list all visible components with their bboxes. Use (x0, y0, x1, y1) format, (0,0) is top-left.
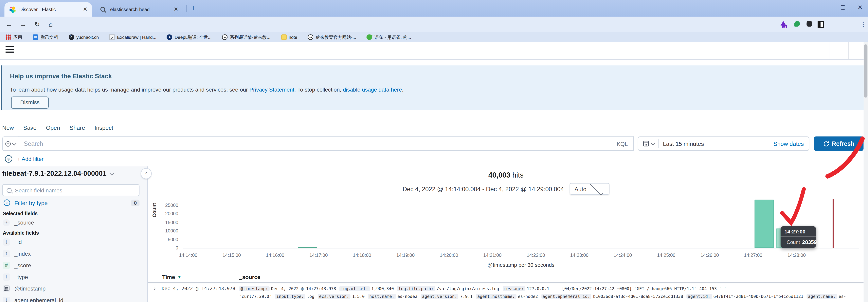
time-column-label: Time (162, 274, 175, 280)
divider (18, 42, 19, 59)
bookmark-item[interactable]: 语雀 - 用语雀, 构... (367, 34, 411, 40)
field-item-_source[interactable]: </>_source (3, 218, 141, 227)
source-field-key: agent.version: (421, 294, 459, 299)
scrollbar-thumb[interactable] (864, 45, 867, 98)
menu-item-open[interactable]: Open (46, 124, 60, 131)
column-header-time[interactable]: Time ▼ (162, 274, 182, 280)
index-pattern-name: filebeat-7.9.1-2022.12.04-000001 (2, 170, 106, 177)
kibana-header: D Discover (0, 42, 868, 60)
reading-mode-icon[interactable] (817, 21, 824, 28)
chevron-down-icon (651, 141, 655, 145)
banner-title: Help us improve the Elastic Stack (10, 73, 112, 79)
chart-range-row: Dec 4, 2022 @ 14:14:00.004 - Dec 4, 2022… (148, 183, 864, 195)
note-icon (281, 34, 286, 40)
menu-item-new[interactable]: New (2, 124, 14, 131)
tab-close-icon[interactable]: ✕ (83, 7, 87, 12)
bookmark-item[interactable]: 应用 (5, 34, 22, 40)
tencent-docs-icon (33, 34, 38, 40)
forward-icon[interactable]: → (20, 21, 27, 28)
search-input[interactable] (18, 140, 617, 147)
disable-usage-data-link[interactable]: disable usage data here (343, 87, 402, 93)
field-item-_index[interactable]: t_index (3, 249, 141, 258)
string-field-icon: t (3, 273, 10, 280)
sidebar-collapse-button[interactable]: ‹ (141, 168, 152, 179)
menu-item-inspect[interactable]: Inspect (95, 124, 113, 131)
tab-discover-elastic[interactable]: Discover - Elastic ✕ (4, 2, 92, 17)
string-field-icon: t (3, 297, 10, 302)
date-picker: Last 15 minutes Show dates (638, 136, 809, 151)
browser-window: Discover - Elastic ✕ elasticsearch-head … (0, 0, 868, 302)
index-pattern-selector[interactable]: filebeat-7.9.1-2022.12.04-000001 (2, 170, 113, 177)
filter-bar: + Add filter (4, 155, 43, 163)
filter-icon[interactable] (4, 155, 13, 163)
purple-extension-icon[interactable]: 11 (781, 21, 786, 25)
back-icon[interactable]: ← (5, 21, 12, 28)
filter-by-type[interactable]: Filter by type 0 (3, 199, 140, 206)
tab-elasticsearch-head[interactable]: elasticsearch-head ✕ (95, 2, 183, 17)
dark-extension-icon[interactable] (806, 21, 812, 27)
chevron-down-icon (12, 141, 17, 145)
reload-icon[interactable]: ↻ (34, 21, 40, 28)
field-item-_score[interactable]: #_score (3, 260, 141, 270)
deepl-icon (167, 34, 173, 40)
interval-value: Auto (575, 186, 589, 192)
divider (658, 139, 658, 148)
refresh-icon (823, 140, 829, 147)
bookmark-label: 猿来教育官方网站-... (315, 34, 356, 40)
source-field-key: log.file.path: (397, 286, 435, 291)
tab-close-icon[interactable]: ✕ (174, 7, 178, 12)
time-range-value[interactable]: Last 15 minutes (663, 140, 773, 147)
row-time: Dec 4, 2022 @ 14:27:43.978 (162, 285, 235, 291)
bookmark-item[interactable]: yuchaoit.cn (69, 34, 99, 40)
filter-by-type-label: Filter by type (14, 199, 127, 206)
source-field-key: @timestamp: (239, 286, 270, 291)
calendar-button[interactable] (643, 141, 655, 146)
field-item-_id[interactable]: t_id (3, 238, 141, 246)
row-source[interactable]: @timestamp:Dec 4, 2022 @ 14:27:43.978log… (239, 285, 862, 302)
bookmark-item[interactable]: 腾讯文档 (33, 34, 58, 40)
sort-desc-icon[interactable]: ▼ (177, 274, 182, 279)
window-minimize-button[interactable]: — (821, 4, 827, 11)
saved-query-button[interactable] (2, 136, 19, 151)
source-column-label: _source (239, 274, 260, 280)
show-dates-button[interactable]: Show dates (773, 140, 809, 147)
window-maximize-button[interactable]: ▢ (840, 4, 845, 10)
bookmark-item[interactable]: Excalidraw | Hand... (110, 34, 156, 40)
calendar-icon (4, 285, 9, 291)
add-filter-button[interactable]: + Add filter (17, 156, 43, 162)
kql-language-button[interactable]: KQL (617, 140, 633, 147)
green-extension-icon[interactable] (795, 21, 800, 27)
field-item-_type[interactable]: t_type (3, 272, 141, 281)
privacy-statement-link[interactable]: Privacy Statement (249, 87, 294, 93)
new-tab-button[interactable]: + (191, 3, 195, 12)
window-close-button[interactable]: ✕ (858, 4, 863, 11)
source-field-value: /var/log/nginx/access.log (437, 286, 499, 291)
bookmark-item[interactable]: DeepL翻译: 全世... (167, 34, 212, 40)
source-field-value: 6478f41f-2d81-400b-b671-1fb4cc6d1121 (713, 294, 803, 299)
banner-text: . (402, 87, 404, 93)
bookmarks-bar: 应用腾讯文档yuchaoit.cnExcalidraw | Hand...Dee… (0, 32, 868, 42)
menu-item-share[interactable]: Share (70, 124, 85, 131)
field-item-@timestamp[interactable]: @timestamp (3, 284, 141, 293)
menu-hamburger-icon[interactable] (5, 49, 14, 50)
available-fields-list: t_idt_index#_scoret_type@timestamptagent… (3, 238, 141, 302)
browser-menu-icon[interactable]: ⋮ (860, 21, 866, 28)
refresh-button[interactable]: Refresh (814, 136, 864, 151)
field-item-agent.ephemeral_id[interactable]: tagent.ephemeral_id (3, 296, 141, 302)
menu-item-save[interactable]: Save (23, 124, 37, 131)
source-field-value: 1,900,340 (371, 286, 394, 291)
home-icon[interactable]: ⌂ (49, 21, 53, 28)
row-expand-icon[interactable]: › (154, 285, 155, 291)
bookmark-item[interactable]: note (281, 34, 297, 40)
string-field-icon: t (3, 250, 10, 257)
interval-select[interactable]: Auto (569, 183, 609, 195)
elastic-favicon (9, 6, 16, 13)
yuque-icon (366, 34, 373, 40)
bookmark-item[interactable]: 猿来教育官方网站-... (308, 34, 356, 40)
bookmark-item[interactable]: 系列课详情-猿来教... (222, 34, 271, 40)
chevron-down-icon (590, 182, 603, 195)
field-search-input[interactable] (15, 187, 135, 193)
telemetry-banner: Help us improve the Elastic Stack To lea… (1, 65, 865, 110)
search-icon (7, 188, 12, 193)
dismiss-button[interactable]: Dismiss (11, 97, 49, 109)
